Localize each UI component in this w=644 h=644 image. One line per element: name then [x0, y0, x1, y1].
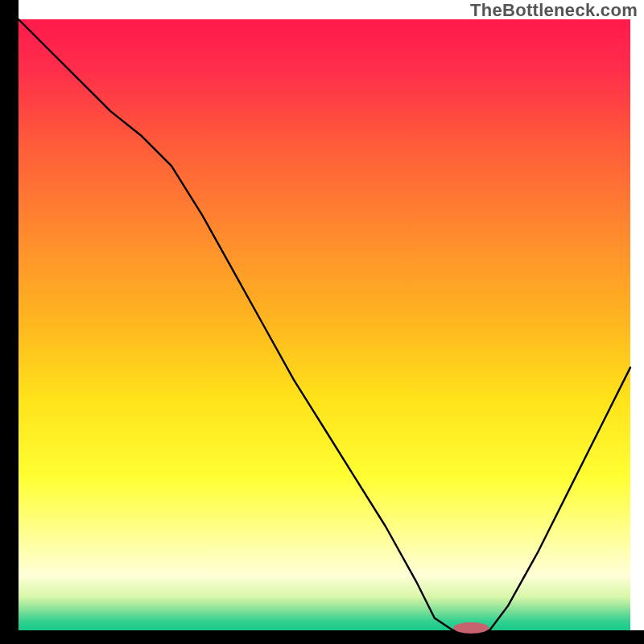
watermark-label: TheBottleneck.com [470, 0, 638, 21]
axis-bottom [0, 630, 644, 644]
bottleneck-chart [0, 0, 644, 644]
optimum-marker [453, 622, 489, 634]
chart-container: TheBottleneck.com [0, 0, 644, 644]
axis-left [0, 0, 19, 644]
